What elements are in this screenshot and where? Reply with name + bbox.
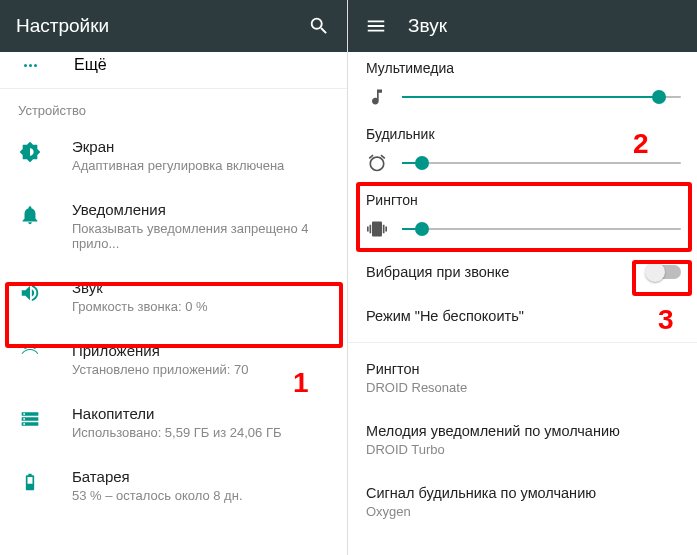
setting-sub: Oxygen xyxy=(366,504,681,519)
row-title: Накопители xyxy=(72,405,331,422)
volume-slider[interactable] xyxy=(402,96,681,98)
annotation-1: 1 xyxy=(293,367,309,399)
setting-title: Режим "Не беспокоить" xyxy=(366,308,681,324)
row-sound[interactable]: Звук Громкость звонка: 0 % xyxy=(0,265,347,328)
battery-icon xyxy=(18,470,42,494)
slider-media: Мультимедиа xyxy=(348,52,697,118)
music-note-icon xyxy=(366,86,388,108)
alarm-icon xyxy=(366,152,388,174)
appbar-title: Звук xyxy=(408,15,681,37)
storage-icon xyxy=(18,407,42,431)
row-display[interactable]: Экран Адаптивная регулировка включена xyxy=(0,124,347,187)
volume-slider[interactable] xyxy=(402,228,681,230)
toggle-switch[interactable] xyxy=(647,265,681,279)
row-notification-sound[interactable]: Мелодия уведомлений по умолчанию DROID T… xyxy=(348,409,697,471)
row-title: Уведомления xyxy=(72,201,331,218)
row-sub: Использовано: 5,59 ГБ из 24,06 ГБ xyxy=(72,425,331,440)
setting-title: Рингтон xyxy=(366,361,681,377)
row-vibrate-on-call[interactable]: Вибрация при звонке xyxy=(348,250,697,294)
row-sub: Показывать уведомления запрещено 4 прило… xyxy=(72,221,331,251)
slider-label: Мультимедиа xyxy=(366,60,681,76)
setting-sub: DROID Resonate xyxy=(366,380,681,395)
search-icon[interactable] xyxy=(307,14,331,38)
row-battery[interactable]: Батарея 53 % – осталось около 8 дн. xyxy=(0,454,347,517)
menu-icon[interactable] xyxy=(364,14,388,38)
bell-icon xyxy=(18,203,42,227)
apps-icon xyxy=(18,344,42,368)
row-notifications[interactable]: Уведомления Показывать уведомления запре… xyxy=(0,187,347,265)
row-title: Приложения xyxy=(72,342,331,359)
divider xyxy=(0,88,347,89)
row-title: Звук xyxy=(72,279,331,296)
more-label: Ещё xyxy=(74,56,107,74)
annotation-3: 3 xyxy=(658,304,674,336)
slider-label: Рингтон xyxy=(366,192,681,208)
row-alarm-sound[interactable]: Сигнал будильника по умолчанию Oxygen xyxy=(348,471,697,533)
more-row[interactable]: Ещё xyxy=(0,52,347,84)
divider xyxy=(348,342,697,343)
sound-pane: Звук Мультимедиа Будильник Рингтон xyxy=(348,0,697,555)
row-title: Экран xyxy=(72,138,331,155)
vibration-icon xyxy=(366,218,388,240)
row-dnd[interactable]: Режим "Не беспокоить" xyxy=(348,294,697,338)
appbar-title: Настройки xyxy=(16,15,307,37)
settings-pane: Настройки Ещё Устройство Экран Адаптивна… xyxy=(0,0,348,555)
more-icon xyxy=(24,64,44,67)
settings-list: Экран Адаптивная регулировка включена Ув… xyxy=(0,124,347,517)
row-sub: Адаптивная регулировка включена xyxy=(72,158,331,173)
appbar-right: Звук xyxy=(348,0,697,52)
setting-title: Мелодия уведомлений по умолчанию xyxy=(366,423,681,439)
display-icon xyxy=(18,140,42,164)
row-sub: Громкость звонка: 0 % xyxy=(72,299,331,314)
row-sub: 53 % – осталось около 8 дн. xyxy=(72,488,331,503)
row-title: Батарея xyxy=(72,468,331,485)
setting-title: Сигнал будильника по умолчанию xyxy=(366,485,681,501)
setting-title: Вибрация при звонке xyxy=(366,264,647,280)
appbar-left: Настройки xyxy=(0,0,347,52)
volume-slider[interactable] xyxy=(402,162,681,164)
volume-icon xyxy=(18,281,42,305)
slider-ringtone: Рингтон xyxy=(348,184,697,250)
setting-sub: DROID Turbo xyxy=(366,442,681,457)
section-label: Устройство xyxy=(0,93,347,124)
row-storage[interactable]: Накопители Использовано: 5,59 ГБ из 24,0… xyxy=(0,391,347,454)
annotation-2: 2 xyxy=(633,128,649,160)
row-ringtone[interactable]: Рингтон DROID Resonate xyxy=(348,347,697,409)
